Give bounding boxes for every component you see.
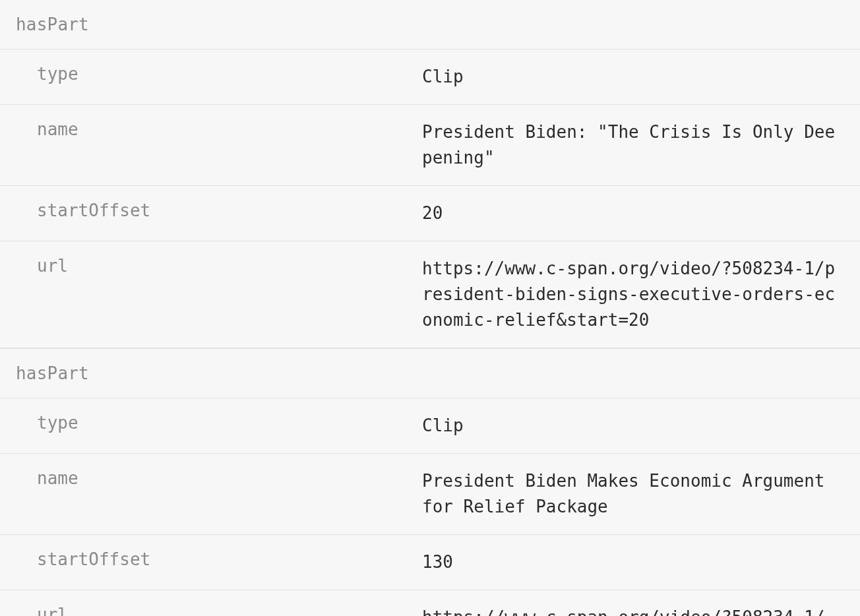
property-key: startOffset bbox=[0, 200, 422, 226]
property-key: type bbox=[0, 413, 422, 439]
property-row: typeClip bbox=[0, 398, 860, 453]
property-key: url bbox=[0, 605, 422, 616]
property-row: urlhttps://www.c-span.org/video/?508234-… bbox=[0, 590, 860, 616]
property-key: url bbox=[0, 256, 422, 333]
property-key: startOffset bbox=[0, 549, 422, 575]
property-row: typeClip bbox=[0, 49, 860, 104]
property-value: 20 bbox=[422, 200, 860, 226]
property-key: name bbox=[0, 119, 422, 171]
property-key: name bbox=[0, 468, 422, 520]
property-value: 130 bbox=[422, 549, 860, 575]
property-value: President Biden: "The Crisis Is Only Dee… bbox=[422, 119, 860, 171]
property-row: namePresident Biden: "The Crisis Is Only… bbox=[0, 104, 860, 185]
property-row: startOffset130 bbox=[0, 534, 860, 590]
property-row: urlhttps://www.c-span.org/video/?508234-… bbox=[0, 241, 860, 348]
section-header: hasPart bbox=[0, 349, 860, 398]
property-value: https://www.c-span.org/video/?508234-1/ bbox=[422, 605, 860, 616]
property-row: namePresident Biden Makes Economic Argum… bbox=[0, 453, 860, 534]
section-header: hasPart bbox=[0, 0, 860, 49]
hasPart-section: hasParttypeClipnamePresident Biden Makes… bbox=[0, 349, 860, 616]
property-row: startOffset20 bbox=[0, 185, 860, 241]
hasPart-section: hasParttypeClipnamePresident Biden: "The… bbox=[0, 0, 860, 349]
section-rows: typeClipnamePresident Biden Makes Econom… bbox=[0, 398, 860, 616]
property-value: Clip bbox=[422, 413, 860, 439]
property-value: https://www.c-span.org/video/?508234-1/p… bbox=[422, 256, 860, 333]
section-rows: typeClipnamePresident Biden: "The Crisis… bbox=[0, 49, 860, 349]
property-key: type bbox=[0, 64, 422, 90]
structured-data-panel: hasParttypeClipnamePresident Biden: "The… bbox=[0, 0, 860, 616]
property-value: Clip bbox=[422, 64, 860, 90]
property-value: President Biden Makes Economic Argument … bbox=[422, 468, 860, 520]
sections-container: hasParttypeClipnamePresident Biden: "The… bbox=[0, 0, 860, 616]
